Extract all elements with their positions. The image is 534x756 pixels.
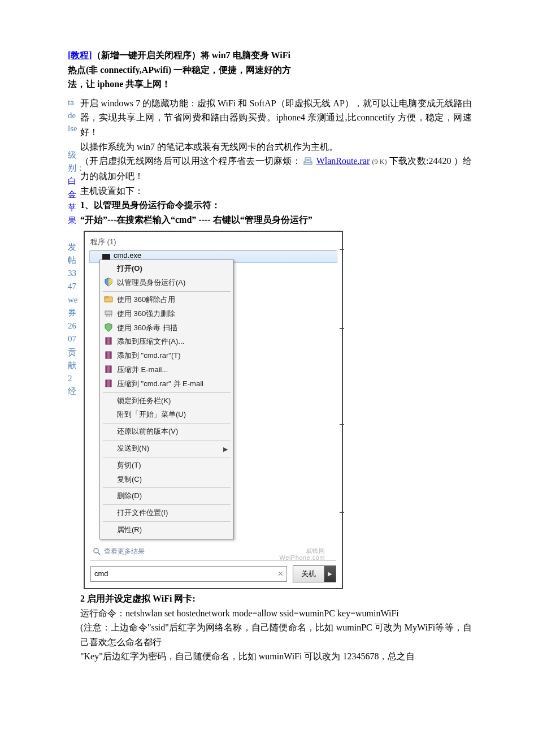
menu-delete-label: 删除(D) [117, 490, 142, 502]
page-break-tick [340, 512, 344, 513]
menu-compress-cmd-email[interactable]: 压缩到 "cmd.rar" 并 E-mail [101, 377, 232, 391]
menu-run-as-admin-label: 以管理员身份运行(A) [117, 277, 185, 289]
menu-copy-label: 复制(C) [117, 474, 142, 486]
svg-rect-4 [105, 311, 112, 314]
menu-properties-label: 属性(R) [117, 524, 142, 536]
username-vertical: tadelse [68, 98, 77, 133]
menu-restore-previous-label: 还原以前的版本(V) [117, 426, 178, 438]
shutdown-dropdown-arrow-icon[interactable]: ▶ [324, 566, 336, 582]
menu-cut-label: 剪切(T) [117, 460, 141, 472]
paragraph-setup-intro: 主机设置如下： [80, 184, 472, 198]
menu-add-archive-label: 添加到压缩文件(A)... [117, 336, 184, 348]
menu-add-archive[interactable]: 添加到压缩文件(A)... [101, 335, 232, 349]
menu-compress-cmd-email-label: 压缩到 "cmd.rar" 并 E-mail [117, 378, 203, 390]
svg-rect-6 [107, 338, 110, 344]
watermark-bottom: WeiPhone.com [280, 554, 325, 561]
archive-icon [104, 379, 113, 388]
menu-360-scan[interactable]: 使用 360杀毒 扫描 [101, 321, 232, 335]
archive-icon [104, 365, 113, 374]
menu-open-location[interactable]: 打开文件位置(I) [101, 506, 232, 520]
menu-send-to[interactable]: 发送到(N) ▶ [101, 442, 232, 456]
svg-line-14 [98, 552, 100, 555]
archive-icon [104, 336, 113, 345]
svg-rect-1 [305, 158, 311, 162]
menu-cut[interactable]: 剪切(T) [101, 459, 232, 473]
menu-360-unlock[interactable]: 使用 360解除占用 [101, 293, 232, 307]
paragraph-intro: 开启 windows 7 的隐藏功能：虚拟 WiFi 和 SoftAP（即虚拟无… [80, 96, 472, 140]
download-pre-text: （开启虚拟无线网络后可以用这个程序省去一切麻烦： [80, 156, 301, 166]
menu-restore-previous[interactable]: 还原以前的版本(V) [101, 425, 232, 439]
step-2-note-ssid: (注意：上边命令"ssid"后红字为网络名称，自己随便命名，比如 wuminPC… [80, 620, 472, 649]
watermark-top: 威锋网 [280, 547, 325, 554]
menu-open-location-label: 打开文件位置(I) [117, 507, 168, 519]
step-2-title: 2 启用并设定虚拟 WiFi 网卡: [80, 591, 472, 606]
shutdown-button[interactable]: 关机 ▶ [293, 565, 336, 582]
menu-360-unlock-label: 使用 360解除占用 [117, 294, 175, 306]
svg-rect-8 [107, 352, 110, 358]
tutorial-tag-link[interactable]: [教程] [68, 50, 92, 60]
folder-icon [104, 295, 113, 304]
antivirus-shield-icon [104, 323, 113, 332]
attachment-link[interactable]: WlanRoute.rar [316, 156, 370, 166]
menu-360-scan-label: 使用 360杀毒 扫描 [117, 322, 177, 334]
title-part-1: （新增一键开启关闭程序）将 win7 电脑变身 WiFi [92, 50, 290, 60]
post-title: [教程]（新增一键开启关闭程序）将 win7 电脑变身 WiFi 热点(非 co… [68, 48, 472, 92]
programs-heading: 程序 (1) [90, 236, 336, 248]
contrib-value: 2 [68, 374, 72, 383]
coupon-value: 2607 [68, 321, 76, 343]
menu-delete[interactable]: 删除(D) [101, 489, 232, 503]
step-2-command: 运行命令：netshwlan set hostednetwork mode=al… [80, 606, 472, 621]
menu-pin-start-label: 附到「开始」菜单(U) [117, 409, 186, 421]
search-icon [93, 547, 101, 555]
menu-pin-start[interactable]: 附到「开始」菜单(U) [101, 408, 232, 422]
level-value-link[interactable]: 白金苹果 [68, 176, 76, 225]
attachment-size: (9 K) [372, 158, 387, 166]
step-1-desc: “开始”---在搜索栏输入“cmd” ---- 右键以“管理员身份运行” [80, 213, 472, 227]
menu-compress-email[interactable]: 压缩并 E-mail... [101, 363, 232, 377]
see-more-label: 查看更多结果 [104, 546, 145, 557]
title-part-2: 热点(非 connectify,APwifi) 一种稳定，便捷，网速好的方 [68, 65, 291, 75]
shield-icon [104, 278, 113, 287]
menu-copy[interactable]: 复制(C) [101, 473, 232, 487]
title-part-3: 法，让 iphone 共享上网！ [68, 79, 171, 89]
posts-label: 发帖 [68, 243, 76, 265]
page-break-tick [340, 424, 344, 425]
svg-rect-12 [107, 380, 110, 387]
menu-compress-email-label: 压缩并 E-mail... [117, 364, 168, 376]
menu-360-force-delete-label: 使用 360强力删除 [117, 308, 175, 320]
paragraph-requirement: 以操作系统为 win7 的笔记本或装有无线网卡的台式机作为主机。 [80, 140, 472, 154]
step-1-title: 1、以管理员身份运行命令提示符： [80, 198, 472, 213]
menu-open-label: 打开(O) [117, 263, 142, 275]
menu-send-to-label: 发送到(N) [117, 443, 149, 455]
menu-pin-taskbar-label: 锁定到任务栏(K) [117, 395, 171, 407]
coupon-label: we券 [68, 295, 78, 317]
menu-run-as-admin[interactable]: 以管理员身份运行(A) [101, 276, 232, 290]
see-more-results[interactable]: 查看更多结果 威锋网 WeiPhone.com [93, 546, 336, 557]
start-search-input[interactable]: cmd × [90, 566, 287, 582]
svg-rect-10 [107, 366, 110, 373]
exp-label: 经 [68, 387, 76, 396]
step-2-note-key: "Key"后边红字为密码，自己随便命名，比如 wuminWiFi 可以改为 12… [80, 649, 472, 664]
user-info-sidebar: tadelse 级别： 白金苹果 发帖 3347 we券 2607 贡献 2 经 [68, 96, 80, 399]
menu-360-force-delete[interactable]: 使用 360强力删除 [101, 307, 232, 321]
svg-point-13 [94, 548, 98, 553]
paragraph-download: （开启虚拟无线网络后可以用这个程序省去一切麻烦： WlanRoute.rar (… [80, 154, 472, 184]
context-menu: 打开(O) 以管理员身份运行(A) 使用 360解除占用 [99, 260, 234, 539]
menu-properties[interactable]: 属性(R) [101, 523, 232, 537]
document-page: [教程]（新增一键开启关闭程序）将 win7 电脑变身 WiFi 热点(非 co… [0, 0, 534, 756]
posts-value: 3347 [68, 269, 76, 291]
clear-search-icon[interactable]: × [278, 567, 283, 581]
shutdown-label: 关机 [293, 566, 324, 582]
watermark: 威锋网 WeiPhone.com [280, 547, 325, 561]
context-menu-screenshot: 程序 (1) cmd.exe 打开(O) 以管理员身份运行(A) [84, 231, 343, 589]
search-input-value: cmd [94, 568, 108, 580]
archive-icon [104, 351, 113, 360]
menu-add-cmd-rar-label: 添加到 "cmd.rar"(T) [117, 350, 181, 362]
menu-add-cmd-rar[interactable]: 添加到 "cmd.rar"(T) [101, 349, 232, 363]
menu-open[interactable]: 打开(O) [101, 262, 232, 276]
submenu-arrow-icon: ▶ [223, 444, 228, 455]
menu-pin-taskbar[interactable]: 锁定到任务栏(K) [101, 394, 232, 408]
page-break-tick [340, 249, 344, 250]
attachment-icon [303, 155, 312, 170]
page-break-tick [340, 328, 344, 329]
